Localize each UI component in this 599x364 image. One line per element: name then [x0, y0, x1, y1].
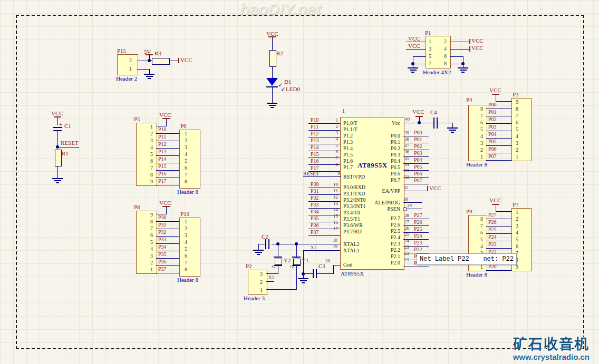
p8-p10-nets: P30P31P32P33P34P35P36P37	[156, 214, 179, 273]
pin-number: 1	[138, 123, 153, 130]
watermark-site-url: www.crystalradio.cn	[513, 352, 590, 362]
wire	[413, 56, 426, 57]
led-triangle[interactable]	[266, 78, 278, 86]
wire	[406, 49, 426, 50]
pin-number: 5	[469, 126, 483, 133]
pin-number: 9	[138, 211, 153, 218]
net-label: P36	[156, 259, 179, 266]
cap-c2-plate[interactable]	[268, 239, 269, 249]
crystal-y1[interactable]	[293, 259, 301, 265]
pin-number: 7	[429, 60, 436, 67]
net-label-reset: RESET	[61, 140, 79, 146]
junction-dot	[276, 242, 279, 245]
pin-number: 5	[429, 53, 436, 60]
designator-p3: P3	[513, 92, 519, 97]
pin-number: 1	[516, 153, 524, 160]
pin-number: 13	[327, 200, 338, 206]
part-type-p10: Header 8	[177, 277, 198, 283]
pin-number: 4	[185, 151, 193, 158]
pin-number: 2	[119, 56, 132, 65]
pin-number: 2	[138, 130, 153, 137]
tooltip-label: Net Label P22	[420, 255, 469, 263]
pin-number: 3	[138, 252, 153, 259]
pin-number: 7	[330, 155, 338, 161]
wire	[296, 244, 297, 257]
pin-number: 3	[516, 222, 524, 229]
net-label: P10	[156, 126, 179, 134]
pin-name: P2.4	[369, 234, 400, 241]
pin-number: 4	[469, 133, 483, 140]
pin-number: 4	[138, 144, 153, 151]
pin-number: 3	[330, 130, 338, 136]
cap-c4-plate[interactable]	[433, 117, 434, 129]
designator-d1: D1	[284, 79, 291, 85]
net-label: P25	[486, 227, 511, 234]
pin-number: 12	[327, 194, 338, 200]
resistor-r1[interactable]	[55, 150, 62, 166]
junction-dot	[461, 62, 465, 65]
wire	[166, 119, 167, 126]
crystal-y2[interactable]	[275, 259, 282, 265]
net-label: P33	[156, 237, 179, 244]
pin-number: 15	[327, 213, 338, 219]
wire	[317, 273, 333, 274]
cap-c3-plate[interactable]	[316, 269, 317, 278]
net-label-vcc: VCC	[159, 112, 171, 118]
pin-number: 6	[469, 119, 483, 126]
designator-r2: R2	[276, 51, 283, 56]
designator-p5: P5	[134, 116, 140, 122]
chip-label-below: AT89S5X	[341, 271, 364, 277]
p4-p3-nets: P00P01P02P03P04P05P06P07	[486, 102, 511, 161]
wire	[169, 61, 178, 61]
pin-number: 24	[404, 238, 415, 244]
pin-name-xtal1: XTAL1	[343, 248, 360, 254]
pin-number: 5	[185, 158, 193, 164]
pin-number: 2	[185, 225, 193, 232]
pin-number: 4	[138, 245, 153, 252]
net-label: P11	[156, 134, 179, 141]
pin-number: 3	[185, 144, 193, 151]
wire	[413, 64, 426, 64]
p7-pins: 123456789	[516, 209, 524, 270]
resistor-r3[interactable]	[152, 58, 170, 65]
resistor-r2[interactable]	[269, 50, 276, 67]
pin-number: 7	[469, 112, 483, 119]
net-label: P03	[486, 124, 511, 131]
pin-number: 7	[185, 259, 193, 266]
cap-c4-plate[interactable]	[437, 117, 438, 129]
wire	[166, 207, 167, 214]
designator-p15: P15	[117, 48, 126, 54]
net-label-reset: RESET	[303, 171, 320, 176]
vcc-tick	[178, 58, 179, 63]
watermark-haodiy: haoDIY.net	[240, 0, 321, 18]
chip-p1-pin-numbers: 12345678	[330, 117, 338, 168]
designator-c4: C4	[430, 110, 437, 115]
vcc-tick	[469, 46, 470, 52]
pin-number: 1	[250, 286, 263, 294]
net-label: P12	[156, 141, 179, 149]
pin-number: 8	[469, 105, 483, 112]
net-label: P34	[156, 244, 179, 251]
net-label-vcc: VCC	[412, 109, 424, 115]
wire	[57, 147, 79, 147]
pin-number: 8	[185, 266, 193, 273]
vcc-tick	[427, 186, 428, 191]
part-type-p2: Header 3	[244, 296, 265, 301]
net-label: P01	[486, 109, 511, 116]
watermark-crystalradio: 矿石收音机 www.crystalradio.cn	[513, 337, 590, 362]
pin-number: 5	[516, 236, 524, 243]
cap-c2-plate[interactable]	[265, 239, 266, 249]
wire	[272, 66, 273, 78]
net-label-vcc: VCC	[159, 200, 171, 206]
pin-number: 1	[119, 65, 132, 73]
pin-number: 1	[138, 266, 153, 273]
designator-p7: P7	[513, 202, 519, 208]
pin-name: P2.3	[369, 241, 400, 247]
p5-p6-nets: P10P11P12P13P14P15P16P17	[156, 126, 179, 185]
cap-c3-plate[interactable]	[313, 269, 314, 278]
crystal-y1-pin2: 2	[289, 265, 295, 268]
pin-number: 31	[403, 185, 408, 191]
net-label: P32	[156, 229, 179, 237]
power-bar-vcc	[492, 94, 499, 95]
cap-c1-plate[interactable]	[53, 130, 62, 131]
